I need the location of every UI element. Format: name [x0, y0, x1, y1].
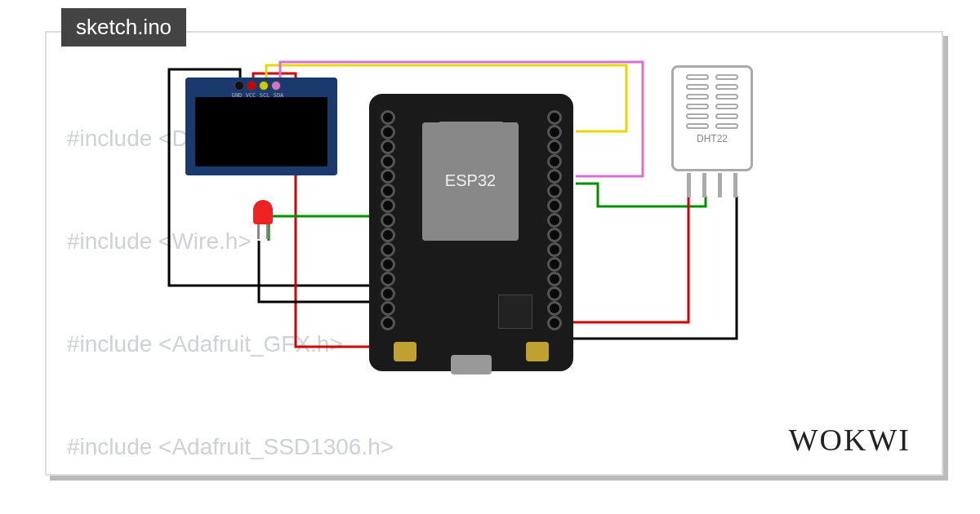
led-legs — [251, 224, 275, 239]
pin — [547, 316, 562, 330]
oled-pin-gnd — [234, 81, 244, 91]
pin — [547, 110, 562, 125]
esp32-right-header — [544, 110, 565, 330]
esp32-label: ESP32 — [422, 171, 519, 190]
pin — [547, 154, 562, 169]
red-led[interactable] — [251, 200, 275, 239]
esp32-module: ESP32 — [422, 122, 519, 241]
dht22-label: DHT22 — [674, 133, 751, 144]
pin — [381, 301, 395, 316]
file-tab[interactable]: sketch.ino — [61, 8, 186, 47]
pin — [547, 242, 562, 257]
esp32-en-button[interactable] — [394, 342, 416, 361]
pin — [381, 110, 395, 125]
esp32-board[interactable]: ESP32 — [369, 94, 573, 371]
pin — [547, 198, 562, 213]
pin — [381, 272, 395, 286]
brand-logo: WOKWI — [789, 422, 911, 458]
pin — [381, 286, 395, 301]
filename: sketch.ino — [76, 15, 172, 39]
pin — [547, 286, 562, 301]
pin — [381, 169, 395, 184]
oled-pin-row — [234, 81, 281, 91]
oled-pin-scl — [259, 81, 269, 91]
pin — [381, 316, 395, 330]
pin — [547, 125, 562, 140]
pin — [381, 125, 395, 140]
dht22-body: DHT22 — [671, 65, 753, 171]
pin — [547, 213, 562, 228]
pin — [547, 257, 562, 272]
esp32-left-header — [377, 110, 399, 330]
oled-display[interactable]: GND VCC SCL SDA — [185, 78, 337, 175]
oled-screen — [195, 97, 327, 166]
pin — [547, 140, 562, 154]
esp32-boot-button[interactable] — [526, 342, 549, 361]
code-line: #include <Adafruit_SSD1306.h> — [67, 430, 507, 464]
pin — [547, 169, 562, 184]
pin — [381, 228, 395, 242]
esp32-usb-port — [451, 355, 492, 374]
oled-pin-sda — [271, 81, 281, 91]
pin — [381, 257, 395, 272]
pin — [547, 272, 562, 286]
pin — [547, 184, 562, 198]
pin — [547, 228, 562, 242]
pin — [547, 301, 562, 316]
pin — [381, 213, 395, 228]
pin — [381, 242, 395, 257]
led-body — [253, 200, 273, 224]
pin — [381, 154, 395, 169]
esp32-antenna — [439, 122, 504, 140]
pin — [381, 140, 395, 154]
oled-pin-vcc — [247, 81, 256, 91]
dht22-sensor[interactable]: DHT22 — [659, 65, 765, 200]
esp32-serial-chip — [498, 295, 532, 329]
dht22-legs — [659, 173, 765, 197]
pin — [381, 184, 395, 198]
pin — [381, 198, 395, 213]
project-card: sketch.ino #include <DHT.h> #include <Wi… — [45, 31, 943, 476]
